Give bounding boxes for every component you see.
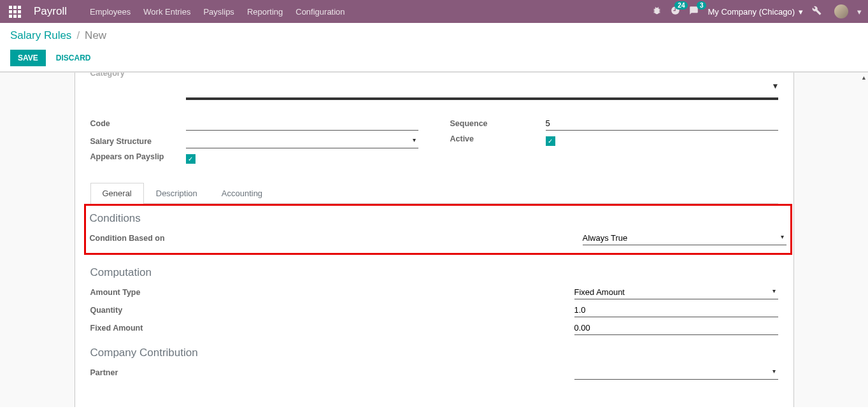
scroll-up-icon[interactable]: ▲ — [861, 75, 867, 81]
sequence-label: Sequence — [450, 119, 546, 131]
menu-reporting[interactable]: Reporting — [247, 7, 283, 17]
save-button[interactable]: SAVE — [10, 50, 46, 66]
computation-heading: Computation — [90, 266, 778, 279]
clock-badge: 24 — [674, 1, 688, 10]
user-avatar[interactable] — [834, 4, 848, 18]
breadcrumb-current: New — [85, 29, 106, 42]
company-contribution-heading: Company Contribution — [90, 347, 778, 359]
salary-structure-dropdown[interactable]: ▾ — [186, 134, 418, 148]
salary-structure-input[interactable] — [186, 134, 418, 148]
menu-work-entries[interactable]: Work Entries — [143, 7, 190, 17]
notebook-tabs: General Description Accounting — [90, 183, 778, 204]
partner-label: Partner — [90, 368, 294, 380]
chevron-down-icon: ▾ — [799, 7, 803, 17]
company-name: My Company (Chicago) — [708, 7, 795, 17]
tab-general[interactable]: General — [90, 183, 144, 204]
conditions-highlight: Conditions Condition Based on ▾ — [84, 204, 792, 255]
top-navbar: Payroll Employees Work Entries Payslips … — [0, 0, 868, 23]
category-dropdown[interactable]: ▼ — [186, 84, 778, 100]
amount-type-input[interactable] — [574, 285, 778, 299]
control-panel: Salary Rules / New SAVE DISCARD — [0, 23, 868, 72]
appears-on-payslip-label: Appears on Payslip — [90, 152, 186, 164]
fixed-amount-label: Fixed Amount — [90, 324, 294, 335]
condition-based-on-input[interactable] — [583, 231, 786, 245]
condition-based-on-label: Condition Based on — [90, 234, 294, 245]
breadcrumb: Salary Rules / New — [10, 29, 858, 42]
category-label: Category — [90, 72, 186, 80]
app-brand[interactable]: Payroll — [34, 5, 67, 18]
clock-icon[interactable]: 24 — [671, 6, 680, 17]
tab-description[interactable]: Description — [144, 183, 210, 203]
menu-configuration[interactable]: Configuration — [295, 7, 345, 17]
code-input[interactable] — [186, 117, 418, 131]
partner-dropdown[interactable]: ▾ — [574, 366, 778, 380]
action-bar: SAVE DISCARD — [10, 50, 858, 66]
condition-based-on-dropdown[interactable]: ▾ — [583, 231, 786, 245]
apps-menu-icon[interactable] — [9, 6, 21, 18]
code-label: Code — [90, 119, 186, 131]
fixed-amount-input[interactable] — [574, 321, 778, 335]
form-scroll[interactable]: Category ▼ Code Salary Stru — [0, 72, 868, 407]
user-menu-chevron[interactable]: ▾ — [857, 7, 862, 17]
breadcrumb-separator: / — [76, 29, 80, 42]
quantity-input[interactable] — [574, 303, 778, 317]
discard-button[interactable]: DISCARD — [56, 54, 91, 62]
active-label: Active — [450, 134, 546, 146]
menu-payslips[interactable]: Payslips — [203, 7, 234, 17]
menu-employees[interactable]: Employees — [90, 7, 131, 17]
main-menu: Employees Work Entries Payslips Reportin… — [90, 7, 345, 17]
conditions-heading: Conditions — [90, 212, 786, 225]
sequence-input[interactable] — [546, 117, 778, 131]
discuss-icon[interactable]: 3 — [689, 6, 699, 17]
active-checkbox[interactable]: ✓ — [546, 136, 555, 146]
appears-on-payslip-checkbox[interactable]: ✓ — [186, 154, 196, 164]
salary-structure-label: Salary Structure — [90, 137, 186, 148]
company-switcher[interactable]: My Company (Chicago) ▾ — [708, 7, 803, 17]
amount-type-dropdown[interactable]: ▾ — [574, 285, 778, 299]
tools-icon[interactable] — [812, 6, 822, 17]
partner-input[interactable] — [574, 366, 778, 380]
amount-type-label: Amount Type — [90, 288, 294, 299]
tab-accounting[interactable]: Accounting — [210, 183, 274, 203]
nav-right-group: 24 3 My Company (Chicago) ▾ ▾ — [652, 4, 862, 18]
nav-left-group: Payroll Employees Work Entries Payslips … — [6, 5, 345, 18]
category-input[interactable] — [186, 84, 778, 99]
quantity-label: Quantity — [90, 306, 294, 317]
debug-icon[interactable] — [652, 6, 662, 17]
content-wrapper: ▲ Category ▼ Code — [0, 72, 868, 407]
breadcrumb-root[interactable]: Salary Rules — [10, 29, 71, 42]
form-sheet: Category ▼ Code Salary Stru — [75, 72, 794, 407]
discuss-badge: 3 — [697, 1, 707, 10]
